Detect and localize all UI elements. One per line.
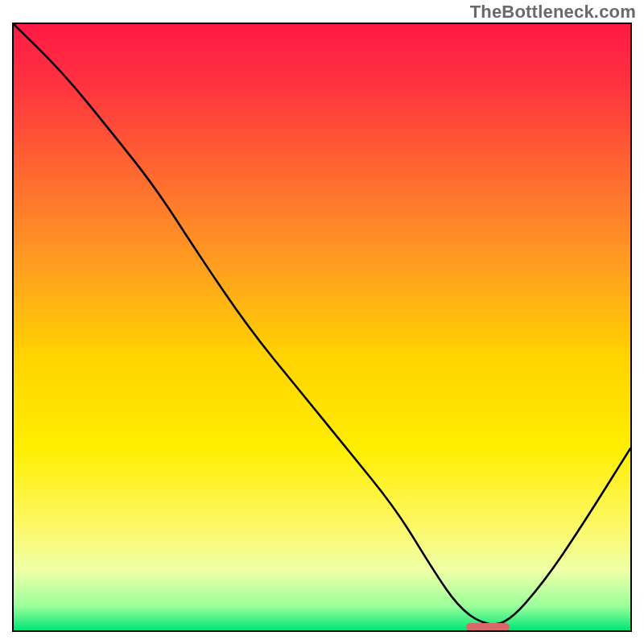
watermark-text: TheBottleneck.com xyxy=(470,2,636,23)
curve-layer xyxy=(14,24,630,630)
optimal-range-marker xyxy=(466,623,510,631)
bottleneck-curve xyxy=(14,24,630,624)
plot-area xyxy=(12,23,632,632)
